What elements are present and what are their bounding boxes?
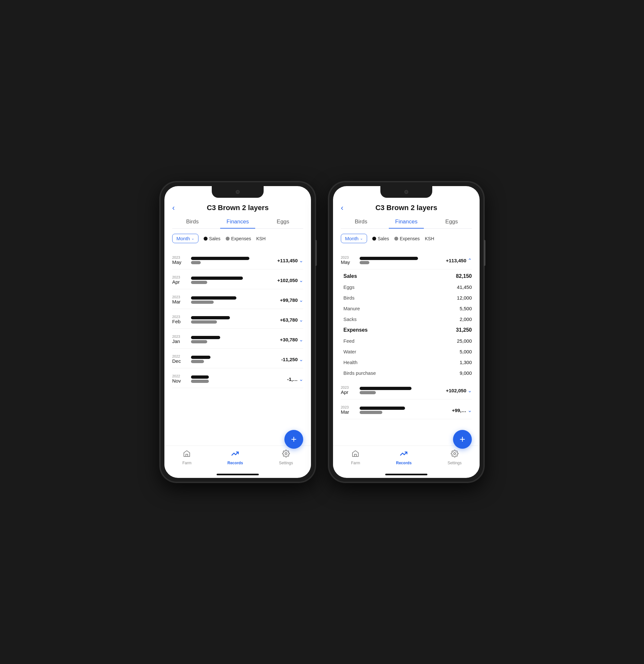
month-filter-button[interactable]: Month⌄ <box>341 234 367 243</box>
detail-item-value: 12,000 <box>457 295 472 300</box>
detail-item-value: 5,500 <box>459 306 472 311</box>
phone-phone-right: ‹C3 Brown 2 layersBirdsFinancesEggsMonth… <box>329 182 484 482</box>
tab-birds[interactable]: Birds <box>180 215 205 228</box>
expenses-header-label: Expenses <box>344 327 368 333</box>
sales-legend-label: Sales <box>378 236 389 241</box>
records-nav-icon <box>231 450 239 459</box>
expand-icon[interactable]: ⌄ <box>299 277 303 283</box>
tab-birds[interactable]: Birds <box>348 215 374 228</box>
page-title: C3 Brown 2 layers <box>375 204 437 212</box>
expand-icon[interactable]: ⌄ <box>299 317 303 323</box>
bar-row: 2023May+113,450⌃ <box>341 255 472 265</box>
legend-expenses: Expenses <box>226 236 251 241</box>
month-filter-button[interactable]: Month⌄ <box>172 234 199 243</box>
sales-legend-label: Sales <box>209 236 221 241</box>
back-button[interactable]: ‹ <box>172 203 175 212</box>
farm-nav-icon <box>183 450 191 459</box>
expand-icon[interactable]: ⌄ <box>468 407 472 413</box>
nav-item-farm[interactable]: Farm <box>351 450 360 465</box>
year-label: 2022 <box>172 354 188 358</box>
add-fab-button[interactable]: + <box>284 430 303 449</box>
detail-item-label: Birds <box>344 295 354 300</box>
currency-label: KSH <box>425 236 434 241</box>
amount-area: +99,780⌄ <box>271 297 303 303</box>
nav-item-records[interactable]: Records <box>396 450 412 465</box>
expand-icon[interactable]: ⌄ <box>299 297 303 303</box>
sales-bar <box>191 356 210 359</box>
expand-icon[interactable]: ⌄ <box>299 376 303 382</box>
bar-row: 2023Mar+99,…⌄ <box>341 405 472 415</box>
back-button[interactable]: ‹ <box>341 203 344 212</box>
detail-item-label: Water <box>344 349 356 354</box>
month-label: Nov <box>172 378 181 383</box>
table-row[interactable]: 2023Apr+102,050⌄ <box>172 269 303 289</box>
month-label: Jan <box>172 338 180 344</box>
expand-icon[interactable]: ⌄ <box>299 257 303 264</box>
sales-bar <box>360 407 405 410</box>
expenses-bar <box>191 380 209 383</box>
table-row[interactable]: 2023Apr+102,050⌄ <box>341 380 472 399</box>
expenses-bar <box>360 411 382 414</box>
month-entry-0: 2023May+113,450⌃Sales82,150Eggs41,450Bir… <box>341 250 472 380</box>
table-row[interactable]: 2023May+113,450⌃ <box>341 250 472 269</box>
net-amount: -1,… <box>287 376 298 382</box>
month-info: 2023May <box>341 255 357 265</box>
farm-nav-icon <box>352 450 359 459</box>
net-amount: +102,050 <box>277 277 298 283</box>
bar-row: 2023Apr+102,050⌄ <box>172 275 303 285</box>
month-entry-2: 2023Mar+99,…⌄ <box>341 399 472 419</box>
table-row[interactable]: 2023Mar+99,…⌄ <box>341 399 472 419</box>
tab-eggs[interactable]: Eggs <box>270 215 296 228</box>
expenses-legend-label: Expenses <box>231 236 251 241</box>
nav-item-records[interactable]: Records <box>227 450 243 465</box>
net-amount: +113,450 <box>446 258 466 263</box>
amount-area: -1,…⌄ <box>271 376 303 382</box>
nav-item-farm[interactable]: Farm <box>182 450 191 465</box>
add-fab-button[interactable]: + <box>453 430 472 449</box>
camera-dot <box>404 190 408 194</box>
table-row[interactable]: 2023Mar+99,780⌄ <box>172 289 303 309</box>
nav-item-settings[interactable]: Settings <box>448 450 461 465</box>
nav-item-settings[interactable]: Settings <box>279 450 293 465</box>
table-row[interactable]: 2023Jan+30,780⌄ <box>172 329 303 349</box>
screen-content: ‹C3 Brown 2 layersBirdsFinancesEggsMonth… <box>164 198 311 445</box>
farm-nav-label: Farm <box>351 461 360 465</box>
sales-item-0: Eggs41,450 <box>341 282 472 292</box>
amount-area: -11,250⌄ <box>271 356 303 362</box>
tab-finances[interactable]: Finances <box>220 215 255 228</box>
expand-icon[interactable]: ⌃ <box>468 257 472 264</box>
filter-row: Month⌄SalesExpensesKSH <box>341 234 472 243</box>
table-row[interactable]: 2022Dec-11,250⌄ <box>172 349 303 368</box>
filter-row: Month⌄SalesExpensesKSH <box>172 234 303 243</box>
table-row[interactable]: 2023May+113,450⌄ <box>172 250 303 269</box>
table-row[interactable]: 2022Nov-1,…⌄ <box>172 368 303 388</box>
svg-rect-0 <box>186 454 188 457</box>
amount-area: +113,450⌄ <box>271 257 303 264</box>
tab-finances[interactable]: Finances <box>389 215 424 228</box>
phones-container: ‹C3 Brown 2 layersBirdsFinancesEggsMonth… <box>160 182 484 482</box>
month-entry-4: 2023Jan+30,780⌄ <box>172 329 303 349</box>
detail-item-value: 5,000 <box>459 349 472 354</box>
records-nav-label: Records <box>396 461 412 465</box>
camera-dot <box>236 190 240 194</box>
net-amount: +63,780 <box>280 317 298 323</box>
expand-icon[interactable]: ⌄ <box>299 336 303 343</box>
tabs: BirdsFinancesEggs <box>172 215 303 229</box>
month-label: Month <box>176 236 190 241</box>
expenses-bar <box>360 261 369 264</box>
expand-icon[interactable]: ⌄ <box>468 388 472 394</box>
month-info: 2023May <box>172 255 188 265</box>
table-row[interactable]: 2023Feb+63,780⌄ <box>172 309 303 329</box>
month-entry-1: 2023Apr+102,050⌄ <box>341 380 472 399</box>
legend-expenses: Expenses <box>394 236 420 241</box>
expenses-bar <box>191 360 204 363</box>
bars-area <box>360 407 437 414</box>
notch <box>212 186 264 198</box>
months-list: 2023May+113,450⌃Sales82,150Eggs41,450Bir… <box>341 250 472 419</box>
expand-icon[interactable]: ⌄ <box>299 356 303 362</box>
phone-screen: ‹C3 Brown 2 layersBirdsFinancesEggsMonth… <box>333 186 480 478</box>
farm-nav-label: Farm <box>182 461 191 465</box>
tab-eggs[interactable]: Eggs <box>439 215 464 228</box>
detail-item-value: 25,000 <box>457 338 472 344</box>
bars-area <box>191 257 268 264</box>
